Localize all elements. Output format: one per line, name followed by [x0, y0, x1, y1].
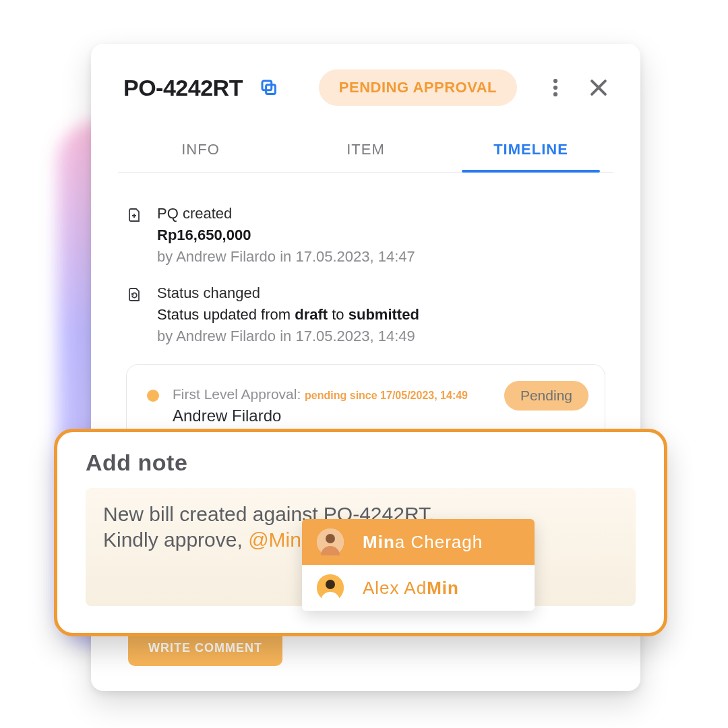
- event-title: Status changed: [157, 284, 605, 302]
- header-actions: [544, 76, 610, 99]
- approval-label: First Level Approval:: [173, 386, 305, 402]
- tab-item[interactable]: ITEM: [283, 126, 448, 172]
- approver-name: Andrew Filardo: [173, 406, 468, 425]
- file-plus-icon: [126, 207, 142, 223]
- svg-point-2: [553, 79, 557, 83]
- event-title: PQ created: [157, 205, 605, 222]
- suggestion-name: Alex AdMin: [363, 578, 459, 599]
- file-refresh-icon: [126, 286, 142, 303]
- svg-point-10: [326, 580, 335, 589]
- status-badge: PENDING APPROVAL: [319, 69, 517, 106]
- timeline-item-status: Status changed Status updated from draft…: [126, 284, 605, 345]
- svg-point-3: [553, 86, 557, 90]
- suggestion-name: Mina Cheragh: [363, 532, 483, 553]
- svg-point-4: [553, 92, 557, 96]
- tabs: INFO ITEM TIMELINE: [118, 126, 613, 173]
- close-icon[interactable]: [587, 76, 610, 99]
- event-amount: Rp16,650,000: [157, 226, 605, 244]
- svg-point-8: [326, 534, 335, 543]
- timeline-item-created: PQ created Rp16,650,000 by Andrew Filard…: [126, 205, 605, 266]
- suggestion-alex[interactable]: Alex AdMin: [302, 565, 535, 611]
- more-icon[interactable]: [544, 76, 567, 99]
- panel-header: PO-4242RT PENDING APPROVAL: [91, 44, 640, 119]
- avatar-icon: [317, 574, 344, 601]
- po-number: PO-4242RT: [123, 75, 243, 101]
- approval-status-pill: Pending: [504, 381, 588, 411]
- add-note-title: Add note: [86, 450, 636, 476]
- tab-info[interactable]: INFO: [118, 126, 283, 172]
- mention-text: @Min: [248, 528, 301, 551]
- event-by: by Andrew Filardo in 17.05.2023, 14:49: [157, 328, 605, 345]
- status-dot-icon: [147, 390, 159, 402]
- copy-icon[interactable]: [259, 78, 279, 98]
- avatar-icon: [317, 528, 344, 555]
- approval-since: pending since 17/05/2023, 14:49: [305, 390, 468, 401]
- event-status-line: Status updated from draft to submitted: [157, 306, 605, 324]
- timeline-list: PQ created Rp16,650,000 by Andrew Filard…: [91, 173, 640, 345]
- event-by: by Andrew Filardo in 17.05.2023, 14:47: [157, 248, 605, 266]
- suggestion-mina[interactable]: Mina Cheragh: [302, 519, 535, 565]
- tab-timeline[interactable]: TIMELINE: [448, 126, 613, 172]
- mention-suggestions: Mina Cheragh Alex AdMin: [302, 519, 535, 611]
